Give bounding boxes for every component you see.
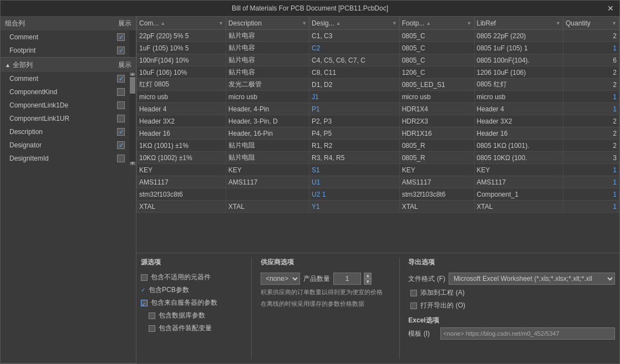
source-cb-2[interactable]: ✓: [141, 300, 148, 306]
all-row-1[interactable]: ComponentKind: [1, 85, 129, 99]
cell-qty-1: 1: [563, 42, 619, 54]
all-scrollbar[interactable]: ▲ ▼: [129, 72, 136, 165]
main-area: Com... ▲ ▼ Description ▼: [136, 16, 619, 363]
cell-libref-3: 1206 10uF (106): [474, 66, 563, 79]
supplier-title: 供应商选项: [261, 258, 390, 267]
all-row-4[interactable]: Description: [1, 125, 129, 139]
all-row-5[interactable]: Designator: [1, 139, 129, 152]
all-header: ▲ 全部列 展示: [1, 58, 136, 72]
col-comment[interactable]: Com... ▲ ▼: [137, 17, 226, 30]
all-cb-0[interactable]: [117, 75, 125, 83]
table-row[interactable]: 22pF (220) 5% 5贴片电容C1, C30805_C0805 22pF…: [137, 30, 619, 42]
cell-comment-3: 10uF (106) 10%: [137, 66, 226, 79]
table-row[interactable]: 10KΩ (1002) ±1%贴片电阻R3, R4, R50805_R0805 …: [137, 152, 619, 164]
sort-icon-comment: ▲: [160, 20, 165, 26]
cell-designator-5: J1: [309, 91, 400, 103]
cell-qty-9: 2: [563, 140, 619, 152]
source-cb-3[interactable]: [149, 312, 155, 319]
excel-title: Excel选项: [408, 316, 615, 325]
spin-down-btn[interactable]: ▼: [364, 279, 372, 285]
cell-libref-1: 0805 1uF (105) 1: [474, 42, 563, 54]
file-format-row: 文件格式 (F) Microsoft Excel Worksheet (*.xl…: [408, 273, 615, 285]
col-description[interactable]: Description ▼: [226, 17, 309, 30]
all-show-label: 展示: [118, 60, 131, 70]
add-to-project-cb[interactable]: [410, 290, 417, 296]
all-row-3[interactable]: ComponentLink1UR: [1, 112, 129, 125]
product-quantity-input[interactable]: [333, 273, 361, 285]
cell-footprint-12: AMS1117: [399, 176, 474, 188]
close-button[interactable]: ✕: [606, 4, 615, 13]
group-rows: Comment Footprint: [1, 30, 129, 57]
all-row-6[interactable]: DesignItemId: [1, 152, 129, 165]
all-label-4: Description: [9, 128, 43, 136]
col-libref[interactable]: LibRef ▼: [474, 17, 563, 30]
all-cb-3[interactable]: [117, 115, 125, 122]
group-footprint-label: Footprint: [9, 47, 35, 54]
all-cb-5[interactable]: [117, 141, 125, 149]
filter-icon-desig[interactable]: ▼: [392, 20, 397, 26]
cell-footprint-5: micro usb: [399, 91, 474, 103]
file-format-select[interactable]: Microsoft Excel Worksheet (*.xls;*.xlsx;…: [449, 273, 615, 285]
filter-icon-comment[interactable]: ▼: [218, 20, 223, 26]
col-designator[interactable]: Desig... ▲ ▼: [309, 17, 400, 30]
cell-comment-4: 红灯 0805: [137, 79, 226, 91]
group-comment-label: Comment: [9, 33, 38, 41]
table-wrapper[interactable]: Com... ▲ ▼ Description ▼: [136, 16, 619, 253]
all-title: 全部列: [13, 60, 33, 70]
spin-up-btn[interactable]: ▲: [364, 273, 372, 279]
group-footprint-checkbox[interactable]: [117, 47, 125, 54]
filter-icon-lib[interactable]: ▼: [556, 20, 561, 26]
group-row-footprint[interactable]: Footprint: [1, 44, 129, 57]
all-row-2[interactable]: ComponentLink1De: [1, 99, 129, 112]
all-cb-4[interactable]: [117, 128, 125, 136]
table-row[interactable]: XTALXTALY1XTALXTAL1: [137, 201, 619, 213]
open-exported-label: 打开导出的 (O): [420, 301, 465, 310]
cell-qty-4: 2: [563, 79, 619, 91]
table-body: 22pF (220) 5% 5贴片电容C1, C30805_C0805 22pF…: [137, 30, 619, 213]
table-row[interactable]: 1KΩ (1001) ±1%贴片电阻R1, R20805_R0805 1KΩ (…: [137, 140, 619, 152]
group-scrollbar[interactable]: [129, 30, 136, 57]
table-row[interactable]: Header 4Header, 4-PinP1HDR1X4Header 41: [137, 103, 619, 115]
cell-designator-3: C8, C11: [309, 66, 400, 79]
source-label-1: 包含PCB参数: [149, 285, 189, 295]
table-row[interactable]: 1uF (105) 10% 5贴片电容C20805_C0805 1uF (105…: [137, 42, 619, 54]
divider-1: [251, 258, 252, 359]
table-row[interactable]: stm32f103c8t6U2 1stm32f103c8t6Component_…: [137, 188, 619, 201]
table-row[interactable]: 红灯 0805发光二极管D1, D20805_LED_S10805 红灯2: [137, 79, 619, 91]
source-cb-0[interactable]: [141, 274, 148, 281]
cell-description-1: 贴片电容: [226, 42, 309, 54]
table-row[interactable]: Header 3X2Header, 3-Pin, DP2, P3HDR2X3He…: [137, 115, 619, 127]
source-options: 源选项 包含不适用的元器件 ✓ 包含PCB参数 ✓ 包含来自服务器的参数: [141, 258, 242, 359]
filter-icon-desc[interactable]: ▼: [302, 20, 307, 26]
col-footprint[interactable]: Footp... ▲ ▼: [399, 17, 474, 30]
excel-section: Excel选项 模板 (I) <none> https://blog.csdn.…: [408, 316, 615, 340]
table-row[interactable]: Header 16Header, 16-PinP4, P5HDR1X16Head…: [137, 127, 619, 140]
source-cb-4[interactable]: [149, 325, 155, 332]
table-row[interactable]: 10uF (106) 10%贴片电容C8, C111206_C1206 10uF…: [137, 66, 619, 79]
col-quantity[interactable]: Quantity ▼: [563, 17, 619, 30]
cell-description-0: 贴片电容: [226, 30, 309, 42]
group-comment-checkbox[interactable]: [117, 33, 125, 41]
table-area: Com... ▲ ▼ Description ▼: [136, 16, 619, 253]
source-label-4: 包含器件装配变量: [159, 324, 212, 333]
all-cb-2[interactable]: [117, 101, 125, 109]
all-rows-container: Comment ComponentKind ComponentLink1De: [1, 72, 136, 165]
table-row[interactable]: micro usbmicro usbJ1micro usbmicro usb1: [137, 91, 619, 103]
supplier-select[interactable]: <none>: [261, 273, 300, 285]
table-row[interactable]: KEYKEYS1KEYKEY1: [137, 164, 619, 176]
table-header-row: Com... ▲ ▼ Description ▼: [137, 17, 619, 30]
all-cb-1[interactable]: [117, 88, 125, 96]
open-exported-cb[interactable]: [410, 303, 417, 309]
all-row-0[interactable]: Comment: [1, 72, 129, 85]
group-row-comment[interactable]: Comment: [1, 30, 129, 44]
filter-icon-qty[interactable]: ▼: [612, 20, 617, 26]
cell-comment-7: Header 3X2: [137, 115, 226, 127]
cell-description-3: 贴片电容: [226, 66, 309, 79]
filter-icon-foot[interactable]: ▼: [467, 20, 472, 26]
table-row[interactable]: AMS1117AMS1117U1AMS1117AMS11171: [137, 176, 619, 188]
cell-footprint-6: HDR1X4: [399, 103, 474, 115]
cell-libref-7: Header 3X2: [474, 115, 563, 127]
all-cb-6[interactable]: [117, 155, 125, 162]
table-row[interactable]: 100nF(104) 10%贴片电容C4, C5, C6, C7, C0805_…: [137, 54, 619, 66]
quantity-spinner: ▲ ▼: [364, 273, 372, 285]
